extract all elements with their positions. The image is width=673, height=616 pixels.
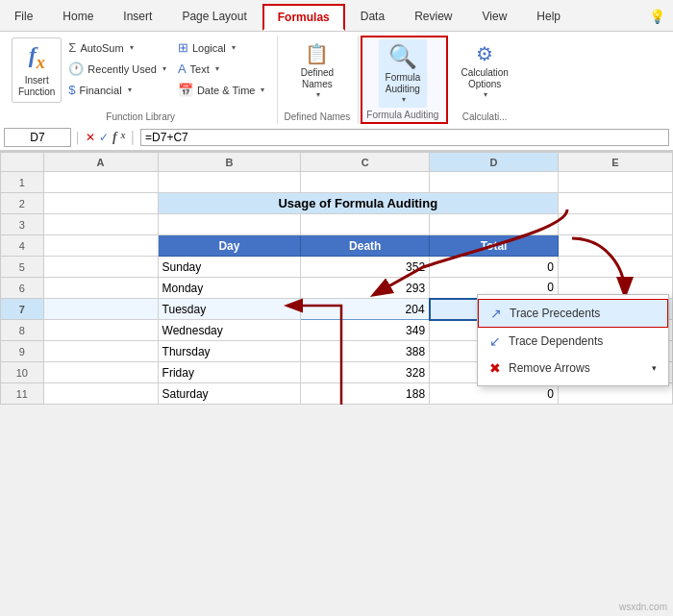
table-row: 4 Day Death Total [1, 235, 673, 257]
cell-a4[interactable] [43, 235, 158, 257]
formula-input[interactable] [140, 129, 669, 146]
cell-e2[interactable] [558, 193, 672, 214]
logical-button[interactable]: ⊞ Logical ▾ [173, 37, 270, 58]
calculation-options-button[interactable]: ⚙ CalculationOptions ▾ [454, 37, 514, 104]
remove-arrows-dd: ▾ [652, 363, 657, 373]
formula-bar: │ ✕ ✓ fx │ [0, 124, 673, 151]
cell-a9[interactable] [43, 341, 158, 362]
cell-c10[interactable]: 328 [301, 362, 430, 383]
cell-a5[interactable] [43, 257, 158, 278]
formula-bar-separator: │ [75, 132, 82, 143]
cell-e4[interactable] [558, 235, 672, 257]
cell-b8[interactable]: Wednesday [158, 320, 301, 341]
cell-c11[interactable]: 188 [301, 383, 430, 405]
cell-e3[interactable] [558, 214, 672, 235]
cell-e1[interactable] [558, 172, 672, 193]
formula-auditing-icon: 🔍 [388, 43, 417, 70]
cell-a7[interactable] [43, 299, 158, 320]
formula-auditing-group-label: Formula Auditing [366, 108, 438, 120]
function-library-label: Function Library [106, 110, 175, 122]
formula-auditing-button[interactable]: 🔍 FormulaAuditing ▾ [379, 39, 427, 108]
tab-data[interactable]: Data [346, 4, 399, 31]
help-icon[interactable]: 💡 [641, 4, 673, 31]
formula-bar-sep2: │ [130, 131, 137, 144]
tab-help[interactable]: Help [522, 4, 575, 31]
tab-view[interactable]: View [468, 4, 522, 31]
tab-review[interactable]: Review [400, 4, 466, 31]
cell-a8[interactable] [43, 320, 158, 341]
cell-d4-total[interactable]: Total [430, 235, 559, 257]
cell-c1[interactable] [301, 172, 430, 193]
tab-page-layout[interactable]: Page Layout [167, 4, 261, 31]
spreadsheet-area: A B C D E 1 2 Usage of Formula Auditing … [0, 152, 673, 405]
trace-precedents-label: Trace Precedents [510, 307, 600, 320]
cell-a6[interactable] [43, 278, 158, 299]
col-header-d[interactable]: D [430, 153, 559, 172]
tab-formulas[interactable]: Formulas [262, 4, 345, 31]
row-header-6: 6 [1, 278, 44, 299]
cell-b3[interactable] [158, 214, 301, 235]
cell-b11[interactable]: Saturday [158, 383, 301, 405]
trace-precedents-item[interactable]: ↗ Trace Precedents [478, 299, 668, 328]
cell-c6[interactable]: 293 [301, 278, 430, 299]
cell-a11[interactable] [43, 383, 158, 405]
confirm-icon[interactable]: ✓ [99, 131, 109, 144]
trace-dependents-item[interactable]: ↙ Trace Dependents [478, 328, 668, 355]
cell-c8[interactable]: 349 [301, 320, 430, 341]
text-button[interactable]: A Text ▾ [173, 59, 270, 79]
cell-a1[interactable] [43, 172, 158, 193]
cell-d5[interactable]: 0 [430, 257, 559, 278]
tab-file[interactable]: File [0, 4, 47, 31]
insert-function-label: InsertFunction [18, 75, 55, 98]
cell-a10[interactable] [43, 362, 158, 383]
name-box[interactable] [4, 128, 71, 147]
cell-d1[interactable] [430, 172, 559, 193]
remove-arrows-icon: ✖ [489, 360, 501, 376]
cell-b1[interactable] [158, 172, 301, 193]
insert-function-button[interactable]: fx InsertFunction [12, 37, 62, 103]
cell-b9[interactable]: Thursday [158, 341, 301, 362]
cell-d3[interactable] [430, 214, 559, 235]
cell-b6[interactable]: Monday [158, 278, 301, 299]
col-header-a[interactable]: A [43, 153, 158, 172]
cell-c5[interactable]: 352 [301, 257, 430, 278]
cell-a3[interactable] [43, 214, 158, 235]
cell-title[interactable]: Usage of Formula Auditing [158, 193, 558, 214]
cell-c4-death[interactable]: Death [301, 235, 430, 257]
date-time-button[interactable]: 📅 Date & Time ▾ [173, 80, 270, 100]
cell-b4-day[interactable]: Day [158, 235, 301, 257]
defined-names-button[interactable]: 📋 DefinedNames ▾ [293, 37, 341, 104]
function-library-group: fx InsertFunction Σ AutoSum ▾ 🕐 Recently… [8, 36, 278, 124]
defined-names-icon: 📋 [305, 42, 329, 65]
remove-arrows-item[interactable]: ✖ Remove Arrows ▾ [478, 355, 668, 382]
formula-auditing-dropdown[interactable]: ↗ Trace Precedents ↙ Trace Dependents ✖ … [477, 294, 669, 386]
cancel-icon[interactable]: ✕ [86, 131, 95, 144]
recently-used-button[interactable]: 🕐 Recently Used ▾ [63, 59, 171, 79]
cell-c3[interactable] [301, 214, 430, 235]
col-header-e[interactable]: E [558, 153, 672, 172]
cell-b5[interactable]: Sunday [158, 257, 301, 278]
corner-header [1, 153, 44, 172]
formula-auditing-label: FormulaAuditing [386, 72, 421, 95]
autosum-button[interactable]: Σ AutoSum ▾ [63, 37, 171, 58]
calculation-group-label: Calculati... [462, 110, 508, 122]
cell-c7[interactable]: 204 [301, 299, 430, 320]
col-header-b[interactable]: B [158, 153, 301, 172]
financial-button[interactable]: $ Financial ▾ [63, 80, 171, 100]
cell-c9[interactable]: 388 [301, 341, 430, 362]
cell-b10[interactable]: Friday [158, 362, 301, 383]
cell-b7[interactable]: Tuesday [158, 299, 301, 320]
tab-home[interactable]: Home [48, 4, 108, 31]
cell-a2[interactable] [43, 193, 158, 214]
col-header-row: A B C D E [1, 153, 673, 172]
col-header-c[interactable]: C [301, 153, 430, 172]
row-header-4: 4 [1, 235, 44, 257]
remove-arrows-label: Remove Arrows [509, 361, 590, 375]
tab-insert[interactable]: Insert [109, 4, 166, 31]
table-row: 2 Usage of Formula Auditing [1, 193, 673, 214]
row-header-7: 7 [1, 299, 44, 320]
fx-formula-icon[interactable]: fx [112, 130, 126, 145]
watermark: wsxdn.com [619, 602, 667, 612]
row-header-10: 10 [1, 362, 44, 383]
cell-e5[interactable] [558, 257, 672, 278]
